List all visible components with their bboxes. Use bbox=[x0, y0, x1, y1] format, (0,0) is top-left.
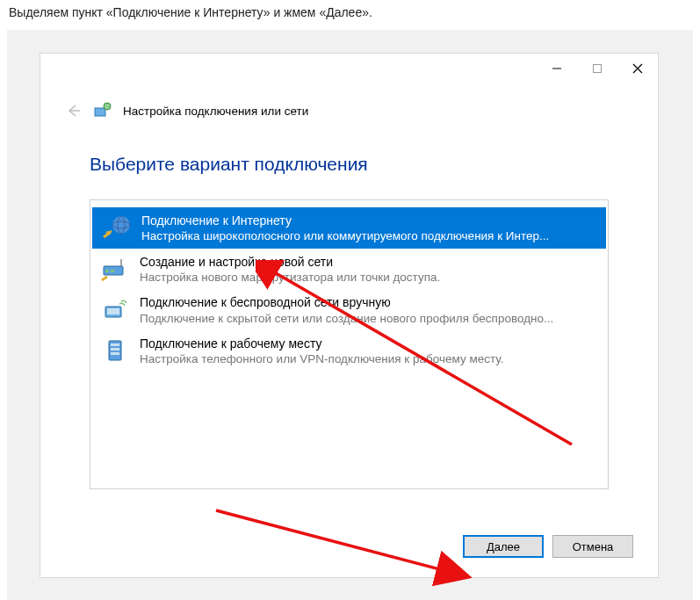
option-internet-connection[interactable]: Подключение к Интернету Настройка широко… bbox=[92, 207, 606, 249]
next-button[interactable]: Далее bbox=[463, 535, 544, 558]
svg-rect-11 bbox=[105, 270, 109, 272]
header-row: Настройка подключения или сети bbox=[40, 83, 658, 120]
dialog-window: Настройка подключения или сети Выберите … bbox=[40, 53, 659, 578]
annotation-arrow-2 bbox=[207, 493, 480, 589]
option-wireless-manual[interactable]: Подключение к беспроводной сети вручную … bbox=[90, 289, 608, 330]
option-desc: Настройка широкополосного или коммутируе… bbox=[141, 228, 597, 244]
option-desc: Настройка телефонного или VPN-подключени… bbox=[140, 351, 599, 367]
svg-line-23 bbox=[216, 510, 466, 576]
back-button[interactable] bbox=[63, 101, 83, 120]
close-button[interactable] bbox=[617, 54, 658, 83]
svg-point-5 bbox=[104, 103, 111, 110]
option-title: Подключение к беспроводной сети вручную bbox=[140, 294, 599, 310]
wireless-icon bbox=[99, 293, 131, 325]
option-title: Подключение к Интернету bbox=[141, 213, 597, 228]
option-desc: Настройка нового маршрутизатора или точк… bbox=[140, 270, 599, 286]
instruction-text: Выделяем пункт «Подключение к Интернету»… bbox=[0, 0, 700, 19]
option-title: Создание и настройка новой сети bbox=[140, 254, 599, 270]
svg-rect-19 bbox=[111, 352, 119, 355]
option-title: Подключение к рабочему месту bbox=[140, 336, 599, 351]
server-icon bbox=[99, 335, 131, 366]
maximize-button[interactable] bbox=[577, 54, 617, 83]
option-workplace[interactable]: Подключение к рабочему месту Настройка т… bbox=[90, 330, 608, 372]
connection-options-list[interactable]: Подключение к Интернету Настройка широко… bbox=[90, 199, 609, 489]
network-wizard-icon bbox=[93, 101, 112, 120]
dialog-buttons: Далее Отмена bbox=[463, 535, 633, 558]
page-heading: Выберите вариант подключения bbox=[90, 154, 609, 175]
cancel-button[interactable]: Отмена bbox=[552, 535, 633, 558]
option-desc: Подключение к скрытой сети или создание … bbox=[140, 311, 599, 327]
svg-rect-4 bbox=[95, 108, 105, 116]
svg-rect-15 bbox=[107, 308, 119, 314]
svg-rect-12 bbox=[111, 270, 114, 272]
svg-rect-17 bbox=[111, 343, 119, 346]
minimize-button[interactable] bbox=[537, 54, 577, 83]
svg-point-6 bbox=[112, 216, 130, 234]
content-area: Выберите вариант подключения Подключение… bbox=[40, 120, 658, 489]
option-create-network[interactable]: Создание и настройка новой сети Настройк… bbox=[90, 249, 608, 290]
header-title: Настройка подключения или сети bbox=[123, 105, 308, 118]
svg-rect-18 bbox=[111, 348, 119, 351]
titlebar bbox=[40, 54, 658, 83]
router-icon bbox=[99, 253, 131, 285]
globe-icon bbox=[101, 212, 133, 243]
